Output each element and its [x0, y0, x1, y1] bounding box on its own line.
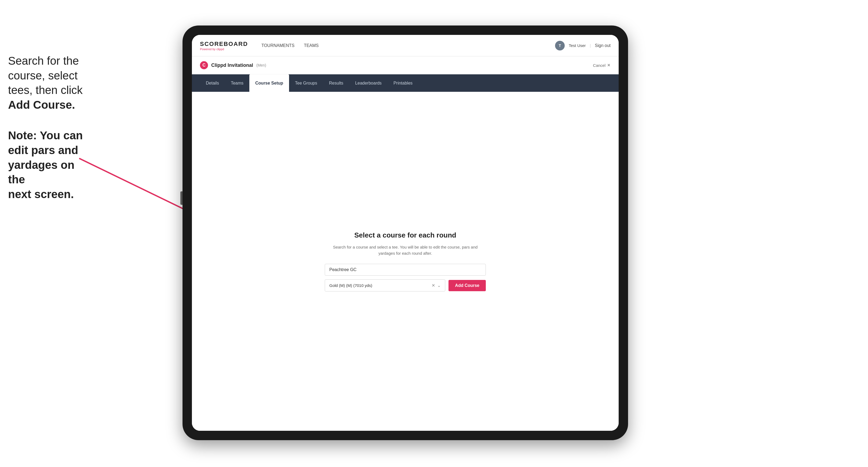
annotation-line4: Add Course.	[8, 98, 75, 111]
course-select-card: Select a course for each round Search fo…	[325, 231, 486, 291]
course-search-input[interactable]	[325, 264, 486, 276]
annotation-line3: tees, then click	[8, 84, 83, 96]
divider: |	[590, 43, 591, 48]
tab-details[interactable]: Details	[200, 74, 225, 92]
tab-printables[interactable]: Printables	[388, 74, 418, 92]
nav-teams[interactable]: TEAMS	[304, 42, 318, 50]
brand-icon: C	[200, 61, 208, 69]
breadcrumb-bar: C Clippd Invitational (Men) Cancel ✕	[192, 56, 619, 74]
tee-select-dropdown[interactable]: Gold (M) (M) (7010 yds) ✕ ⌄	[325, 279, 445, 291]
logo-subtitle: Powered by clippd	[200, 48, 248, 51]
tab-course-setup[interactable]: Course Setup	[249, 74, 289, 92]
tab-teams[interactable]: Teams	[225, 74, 249, 92]
chevron-down-icon[interactable]: ⌄	[437, 283, 441, 288]
tab-bar: Details Teams Course Setup Tee Groups Re…	[192, 74, 619, 92]
username: Test User	[569, 43, 586, 48]
left-annotation: Search for the course, select tees, then…	[8, 54, 83, 201]
close-icon: ✕	[607, 63, 611, 68]
logo-area: SCOREBOARD Powered by clippd	[200, 40, 248, 51]
clear-icon[interactable]: ✕	[432, 283, 435, 288]
cancel-button[interactable]: Cancel ✕	[593, 63, 611, 68]
nav-links: TOURNAMENTS TEAMS	[261, 42, 318, 50]
tournament-name: Clippd Invitational	[211, 63, 253, 68]
tab-tee-groups[interactable]: Tee Groups	[289, 74, 323, 92]
annotation-note2: edit pars and	[8, 144, 78, 156]
annotation-note3: yardages on the	[8, 159, 74, 186]
annotation-line2: course, select	[8, 69, 78, 82]
user-area: T Test User | Sign out	[555, 41, 611, 51]
card-description: Search for a course and select a tee. Yo…	[325, 244, 486, 256]
tab-results[interactable]: Results	[323, 74, 349, 92]
breadcrumb-left: C Clippd Invitational (Men)	[200, 61, 266, 69]
card-title: Select a course for each round	[325, 231, 486, 240]
tournament-badge: (Men)	[256, 63, 266, 67]
avatar: T	[555, 41, 565, 51]
tab-leaderboards[interactable]: Leaderboards	[349, 74, 388, 92]
tablet-side-button	[180, 191, 183, 205]
tee-select-row: Gold (M) (M) (7010 yds) ✕ ⌄ Add Course	[325, 279, 486, 291]
tablet-screen: SCOREBOARD Powered by clippd TOURNAMENTS…	[192, 35, 619, 431]
signout-link[interactable]: Sign out	[595, 42, 611, 50]
annotation-note4: next screen.	[8, 188, 74, 200]
tablet-device: SCOREBOARD Powered by clippd TOURNAMENTS…	[183, 26, 628, 440]
nav-tournaments[interactable]: TOURNAMENTS	[261, 42, 294, 50]
tee-select-value: Gold (M) (M) (7010 yds)	[329, 283, 372, 288]
top-nav: SCOREBOARD Powered by clippd TOURNAMENTS…	[192, 35, 619, 56]
annotation-line1: Search for the	[8, 55, 79, 67]
page-wrapper: Search for the course, select tees, then…	[0, 0, 868, 467]
logo-title: SCOREBOARD	[200, 40, 248, 48]
main-content: Select a course for each round Search fo…	[192, 92, 619, 431]
tee-select-controls: ✕ ⌄	[432, 283, 441, 288]
annotation-note1: Note: You can	[8, 129, 83, 142]
add-course-button[interactable]: Add Course	[448, 280, 486, 291]
